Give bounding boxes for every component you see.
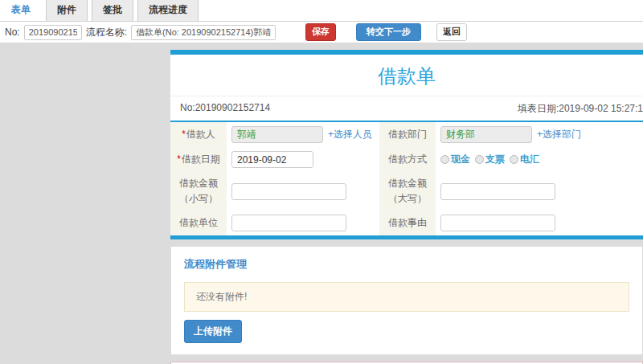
flow-name-label: 流程名称: xyxy=(86,26,127,39)
borrower-label-text: 借款人 xyxy=(186,127,215,142)
loan-form-card: 借款单 No:20190902152714 填表日期:2019-09-02 15… xyxy=(170,50,643,239)
amount-lower-label: 借款金额（小写） xyxy=(170,172,227,211)
department-input[interactable] xyxy=(440,126,532,143)
method-label: 借款方式 xyxy=(379,147,436,172)
borrow-date-label: * 借款日期 xyxy=(170,147,227,172)
borrow-date-label-text: 借款日期 xyxy=(182,152,220,167)
unit-input[interactable] xyxy=(231,215,346,231)
no-label: No: xyxy=(5,27,20,38)
unit-label-text: 借款单位 xyxy=(179,215,218,231)
radio-wire-label: 电汇 xyxy=(520,153,539,166)
content-area: 借款单 No:20190902152714 填表日期:2019-09-02 15… xyxy=(0,43,643,364)
radio-cash[interactable]: 现金 xyxy=(440,153,470,166)
tab-bar: 表单 附件 签批 流程进度 xyxy=(0,0,643,22)
pick-department-link[interactable]: +选择部门 xyxy=(537,128,581,141)
back-button[interactable]: 返回 xyxy=(436,23,467,40)
department-label-text: 借款部门 xyxy=(388,127,427,142)
save-button[interactable]: 保存 xyxy=(305,23,336,40)
attachment-section: 流程附件管理 还没有附件! 上传附件 xyxy=(170,246,643,355)
no-input[interactable] xyxy=(24,25,82,40)
borrower-label: * 借款人 xyxy=(170,122,227,147)
department-label: 借款部门 xyxy=(379,122,436,147)
radio-cheque-label: 支票 xyxy=(485,153,505,166)
borrower-input[interactable] xyxy=(231,126,323,143)
amount-lower-label-text: 借款金额（小写） xyxy=(174,176,223,207)
reason-input[interactable] xyxy=(440,215,555,231)
reason-label: 借款事由 xyxy=(379,211,436,235)
tab-progress[interactable]: 流程进度 xyxy=(137,0,199,21)
no-attachment-alert: 还没有附件! xyxy=(184,282,629,312)
forward-next-step-button[interactable]: 转交下一步 xyxy=(356,23,421,40)
upload-attachment-button[interactable]: 上传附件 xyxy=(184,320,242,343)
amount-upper-label: 借款金额（大写） xyxy=(379,172,436,211)
required-asterisk: * xyxy=(177,152,181,167)
amount-lower-input[interactable] xyxy=(231,183,346,200)
method-label-text: 借款方式 xyxy=(388,152,427,167)
form-date-text: 填表日期:2019-09-02 15:27:1 xyxy=(518,102,643,116)
payment-method-radio-group: 现金 支票 电汇 xyxy=(440,153,539,166)
amount-upper-input[interactable] xyxy=(440,183,555,200)
form-meta-row: No:20190902152714 填表日期:2019-09-02 15:27:… xyxy=(170,96,643,122)
form-title: 借款单 xyxy=(170,55,643,96)
toolbar: No: 流程名称: 保存 转交下一步 返回 xyxy=(0,22,643,43)
attachment-section-title: 流程附件管理 xyxy=(184,257,629,272)
radio-circle-icon xyxy=(440,155,449,164)
form-bottom-bar xyxy=(170,235,643,239)
radio-circle-icon xyxy=(475,155,484,164)
tab-signoff[interactable]: 签批 xyxy=(92,0,133,21)
tab-attachments[interactable]: 附件 xyxy=(46,0,88,21)
unit-label: 借款单位 xyxy=(170,211,227,235)
radio-cheque[interactable]: 支票 xyxy=(475,153,505,166)
radio-wire[interactable]: 电汇 xyxy=(510,153,539,166)
reason-label-text: 借款事由 xyxy=(388,215,427,231)
form-grid: * 借款人 +选择人员 借款部门 +选择部门 * 借款日期 xyxy=(170,122,643,235)
required-asterisk: * xyxy=(182,127,186,142)
amount-upper-label-text: 借款金额（大写） xyxy=(383,176,432,207)
radio-cash-label: 现金 xyxy=(451,153,470,166)
pick-person-link[interactable]: +选择人员 xyxy=(328,128,372,141)
borrow-date-input[interactable] xyxy=(231,151,313,168)
tab-form[interactable]: 表单 xyxy=(0,0,42,21)
form-no-text: No:20190902152714 xyxy=(180,102,270,116)
flow-name-input[interactable] xyxy=(131,25,276,40)
radio-circle-icon xyxy=(510,155,518,164)
